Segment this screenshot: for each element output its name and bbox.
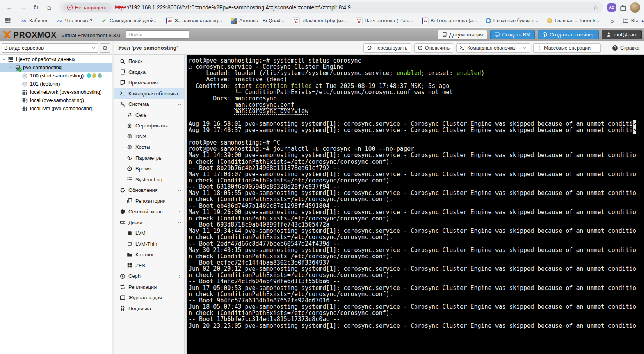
globe-icon xyxy=(127,145,132,150)
expander-icon[interactable] xyxy=(9,65,13,70)
tree-item-node-pve-samohosting[interactable]: ✓pve-samohosting xyxy=(0,63,112,72)
bookmark-item-samodelny-dvoi[interactable]: ✓Самодельный двой... xyxy=(101,18,158,24)
menu-item-firewall[interactable]: Сетевой экран xyxy=(114,206,184,217)
address-bar[interactable]: × Не защищено https://192.168.1.229:8006… xyxy=(59,2,603,13)
bookmark-item-torrents-home[interactable]: Главная :: Torrents... xyxy=(547,18,600,23)
console-line xyxy=(189,133,644,139)
vm-icon xyxy=(22,81,28,87)
bookmark-item-zaglavnaya[interactable]: 23Заглавная страниц... xyxy=(166,18,222,24)
menu-item-tasklog[interactable]: Журнал задач xyxy=(114,292,184,303)
menu-item-time[interactable]: Время xyxy=(114,163,184,174)
security-badge[interactable]: × Не защищено xyxy=(63,3,112,12)
chevron-down-icon[interactable] xyxy=(522,46,527,50)
menu-item-updates[interactable]: Обновления xyxy=(114,185,184,196)
menu-item-lvm[interactable]: LVM xyxy=(114,228,184,239)
menu-item-zfs[interactable]: ZFS xyxy=(114,260,184,271)
help-button[interactable]: ?Справка xyxy=(609,43,643,53)
shutdown-button[interactable]: Отключить xyxy=(414,43,453,53)
net-icon xyxy=(127,112,132,118)
tree-item-vm-101[interactable]: 101 (Icetonn) xyxy=(0,80,112,88)
monitor-icon xyxy=(495,32,500,37)
vm-icon xyxy=(22,81,28,87)
console-line xyxy=(189,114,644,120)
expander-icon[interactable] xyxy=(2,57,6,62)
menu-item-lvmthin[interactable]: LVM-Thin xyxy=(114,239,184,250)
create-vm-button[interactable]: Создать ВМ xyxy=(490,30,535,39)
menu-item-ceph[interactable]: Ceph xyxy=(114,271,184,282)
resource-tree: Центр обработки данных✓pve-samohosting10… xyxy=(0,55,112,113)
sqf-icon xyxy=(127,231,132,236)
menu-item-label: System Log xyxy=(135,177,162,182)
global-search-input[interactable] xyxy=(126,30,189,39)
view-mode-value: В виде серверов xyxy=(4,45,44,51)
menu-item-directory[interactable]: Каталог xyxy=(114,249,184,260)
console-output[interactable]: root@pve-samohosting:~# systemctl status… xyxy=(187,55,644,354)
browser-toolbar: ← → ↻ ⌂ × Не защищено https://192.168.1.… xyxy=(0,0,644,15)
bookmark-item-pechatnye-bukvy[interactable]: Печатные буквы п... xyxy=(486,18,539,23)
tree-item-datacenter[interactable]: Центр обработки данных xyxy=(0,55,112,63)
tree-item-label: localnetwork (pve-samohosting) xyxy=(30,89,102,95)
browser-back-button[interactable]: ← xyxy=(4,2,15,13)
menu-item-network[interactable]: Сеть xyxy=(114,110,184,121)
bookmarks-overflow-button[interactable]: » xyxy=(610,18,614,24)
tree-item-storage-local-lvm[interactable]: local-lvm (pve-samohosting) xyxy=(0,104,112,113)
book-icon xyxy=(120,69,125,75)
proxmox-x-icon xyxy=(2,30,12,39)
menu-item-repositories[interactable]: Репозитории xyxy=(114,196,184,207)
menu-item-dns[interactable]: DNS xyxy=(114,131,184,142)
view-mode-select[interactable]: В виде серверов xyxy=(2,43,98,53)
bookmark-label: Главная :: Torrents... xyxy=(555,18,600,23)
tree-settings-button[interactable] xyxy=(100,43,110,53)
menu-item-syslog[interactable]: System Log xyxy=(114,174,184,185)
documentation-button[interactable]: Документация xyxy=(438,30,487,39)
bookmark-item-biloop-antenna[interactable]: 23Bi-Loop антенна (а... xyxy=(422,18,477,24)
node-title: Узел 'pve-samohosting' xyxy=(118,45,178,51)
bookmark-item-attachment-php[interactable]: LAN23attachment.php (из... xyxy=(293,18,347,24)
bookmark-item-antenna-biquad[interactable]: Антенна - Bi-Quad... xyxy=(231,18,285,24)
menu-item-label: Репозитории xyxy=(135,198,165,204)
menu-item-subscription[interactable]: Подписка xyxy=(114,303,184,314)
tree-item-storage-local[interactable]: local (pve-samohosting) xyxy=(0,96,112,104)
menu-item-label: Журнал задач xyxy=(128,295,162,300)
netgrid-icon xyxy=(22,89,28,95)
create-ct-button[interactable]: Создать контейнер xyxy=(538,30,599,39)
bookmark-item-whats-new[interactable]: АСЧто нового? xyxy=(57,18,93,24)
extensions-icon[interactable] xyxy=(618,3,628,12)
bookmark-item-patch-antenna[interactable]: LAN23Патч антенна ( Patc... xyxy=(356,18,413,24)
tree-toolbar: В виде серверов xyxy=(0,41,112,55)
menu-item-label: LVM-Thin xyxy=(135,241,157,247)
apps-grid-icon[interactable] xyxy=(5,18,11,24)
menu-item-certificates[interactable]: Сертификаты xyxy=(114,120,184,131)
menu-item-hosts[interactable]: Хосты xyxy=(114,142,184,153)
browser-home-button[interactable]: ⌂ xyxy=(44,2,55,13)
browser-forward-button[interactable]: → xyxy=(17,2,28,13)
browser-reload-button[interactable]: ↻ xyxy=(30,2,41,13)
proxmox-logo: PROXMOX Virtual Environment 8.3.0 xyxy=(2,30,120,39)
adblock-extension-icon[interactable]: AD xyxy=(607,3,616,12)
bookmark-item-kabinet[interactable]: АСКабинет xyxy=(21,18,48,24)
menu-item-label: Время xyxy=(135,166,151,172)
menu-item-disks[interactable]: Диски xyxy=(114,217,184,228)
all-bookmarks-button[interactable]: Все закладки xyxy=(623,18,644,24)
user-menu-button[interactable]: root@pam xyxy=(602,30,642,39)
menu-item-replication[interactable]: Репликация xyxy=(114,282,184,293)
menu-item-search[interactable]: Поиск xyxy=(114,56,184,67)
menu-item-options[interactable]: Параметры xyxy=(114,153,184,164)
reboot-button[interactable]: Перезагрузить xyxy=(363,43,411,53)
menu-item-system[interactable]: Система xyxy=(114,99,184,110)
menu-item-shell[interactable]: Командная оболочка xyxy=(114,88,184,99)
tree-item-sdn-localnetwork[interactable]: localnetwork (pve-samohosting) xyxy=(0,88,112,96)
favicon-samodelny-dvoi: ✓ xyxy=(101,18,107,24)
tree-item-vm-100[interactable]: 100 (start-samohosting) xyxy=(0,72,112,80)
menu-item-summary[interactable]: Сводка xyxy=(114,67,184,78)
menu-item-notes[interactable]: Примечания xyxy=(114,77,184,88)
bookmark-label: Антенна - Bi-Quad... xyxy=(239,18,285,23)
profile-avatar[interactable] xyxy=(630,2,640,13)
bookmark-star-icon[interactable]: ☆ xyxy=(593,4,599,12)
console-line: Active: inactive (dead) xyxy=(189,76,644,82)
console-line: Loaded: loaded (/lib/systemd/system/coro… xyxy=(189,70,644,76)
shell-button[interactable]: Командная оболочка xyxy=(456,43,530,53)
bulk-actions-button[interactable]: ⋮Массовые операции xyxy=(533,43,601,53)
globe-icon xyxy=(127,134,132,139)
dc-icon xyxy=(8,57,14,63)
